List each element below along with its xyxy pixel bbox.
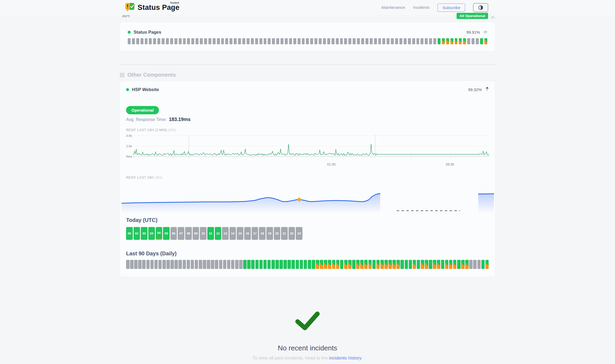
uptime-bar-grey xyxy=(314,38,317,44)
uptime-bar-grey xyxy=(158,260,162,269)
hour-block-22: 22 xyxy=(289,227,295,240)
uptime-bar-grey xyxy=(225,38,228,44)
chevron-up-icon[interactable] xyxy=(491,15,495,20)
uptime-bar-split xyxy=(442,38,445,44)
uptime-bar-grey xyxy=(162,38,165,44)
uptime-bar-green xyxy=(287,260,291,269)
uptime-bar-grey xyxy=(128,38,131,44)
uptime-bar-grey xyxy=(191,38,194,44)
chart-24h-unit: (MS) xyxy=(155,176,163,179)
uptime-bar-grey xyxy=(272,38,275,44)
uptime-bar-grey xyxy=(166,260,170,269)
uptime-bar-grey xyxy=(199,260,202,269)
uptime-bar-split xyxy=(445,260,449,269)
uptime-bar-split xyxy=(380,260,384,269)
uptime-bar-grey xyxy=(348,38,351,44)
uptime-bar-grey xyxy=(211,260,214,269)
uptime-bar-grey xyxy=(150,260,154,269)
uptime-bar-grey xyxy=(336,38,339,44)
uptime-bar-grey xyxy=(476,38,479,44)
response-chart-1min: 2.0s 1.0s 0ms 01:30 09:30 xyxy=(126,134,489,167)
arrow-up-icon[interactable] xyxy=(485,87,489,92)
uptime-bar-green xyxy=(481,260,485,269)
uptime-bar-grey xyxy=(200,38,203,44)
uptime-bar-grey xyxy=(467,38,470,44)
hour-block-03: 03 xyxy=(148,227,155,240)
uptime-bar-split xyxy=(446,38,449,44)
today-hours-row: 0001020304050607080910111213141516171819… xyxy=(126,227,302,240)
hour-block-17: 17 xyxy=(252,227,258,240)
logo-superscript: hosted xyxy=(170,1,179,4)
uptime-bar-split xyxy=(459,38,462,44)
uptime-bar-grey xyxy=(268,38,271,44)
uptime-bar-grey xyxy=(306,38,309,44)
uptime-bar-grey xyxy=(170,38,173,44)
uptime-bar-split xyxy=(368,260,372,269)
nav-maintenance[interactable]: Maintenance xyxy=(381,5,405,10)
uptime-bar-green xyxy=(251,260,255,269)
last90-title: Last 90 Days (Daily) xyxy=(126,251,489,257)
uptime-bar-green xyxy=(259,260,263,269)
main-nav: Maintenance Incidents Subscribe xyxy=(381,3,488,12)
uptime-bar-green xyxy=(279,260,283,269)
uptime-bar-split xyxy=(384,260,388,269)
status-badge: All Operational xyxy=(457,13,488,19)
hour-block-13: 13 xyxy=(222,227,229,240)
uptime-bar-green xyxy=(247,260,251,269)
uptime-bar-green xyxy=(296,260,299,269)
uptime-percent: 99.91% xyxy=(466,30,480,34)
uptime-bar-green xyxy=(457,260,461,269)
uptime-bar-grey xyxy=(473,260,477,269)
uptime-bar-split xyxy=(332,260,336,269)
uptime-bar-grey xyxy=(219,260,223,269)
response-chart-24h xyxy=(122,183,494,214)
uptime-bar-split xyxy=(388,260,392,269)
hour-block-11: 11 xyxy=(207,227,214,240)
uptime-bar-split xyxy=(356,260,360,269)
uptime-bar-grey xyxy=(293,38,296,44)
hour-block-09: 09 xyxy=(193,227,199,240)
uptime-bar-grey xyxy=(289,38,292,44)
uptime-bar-grey xyxy=(132,38,135,44)
uptime-bar-grey xyxy=(134,260,138,269)
subtitle-prefix: To view all past incidents, head to the xyxy=(252,355,329,361)
chart-1min-label: RESP. LAST 24H (1-MIN) (MS) xyxy=(126,128,489,132)
uptime-bar-split xyxy=(461,260,465,269)
hour-block-08: 08 xyxy=(185,227,192,240)
uptime-bar-grey xyxy=(251,38,254,44)
uptime-bar-green xyxy=(400,260,404,269)
avg-response-value: 183.19ms xyxy=(169,117,190,122)
uptime-bar-green xyxy=(291,260,295,269)
nav-incidents[interactable]: Incidents xyxy=(413,5,430,10)
uptime-bar-split xyxy=(421,260,424,269)
uptime-bar-split xyxy=(433,260,436,269)
subscribe-button[interactable]: Subscribe xyxy=(438,3,465,12)
uptime-bar-green xyxy=(243,260,247,269)
uptime-bar-grey xyxy=(191,260,194,269)
uptime-bar-grey xyxy=(374,38,377,44)
uptime-bar-grey xyxy=(231,260,235,269)
no-incidents-title: No recent incidents xyxy=(119,344,496,352)
uptime-bar-grey xyxy=(187,260,190,269)
uptime-bar-grey xyxy=(174,38,177,44)
no-incidents-subtitle: To view all past incidents, head to the … xyxy=(119,355,496,361)
uptime-bar-grey xyxy=(417,38,419,44)
uptime-bar-split xyxy=(449,260,453,269)
uptime-bar-green xyxy=(441,260,445,269)
hour-block-05: 05 xyxy=(163,227,170,240)
uptime-bar-green xyxy=(429,260,432,269)
uptime-bar-grey xyxy=(166,38,169,44)
theme-toggle-button[interactable] xyxy=(473,3,488,12)
uptime-bar-grey xyxy=(412,38,415,44)
hour-block-20: 20 xyxy=(274,227,281,240)
uptime-bar-grey xyxy=(327,38,330,44)
uptime-bar-grey xyxy=(255,38,258,44)
uptime-bar-grey xyxy=(217,38,220,44)
uptime-bar-green xyxy=(405,260,408,269)
uptime-bar-grey xyxy=(387,38,390,44)
refresh-icon[interactable]: ⟳ xyxy=(484,30,487,34)
response-area-right xyxy=(478,194,494,213)
uptime-bar-green xyxy=(275,260,279,269)
uptime-bar-grey xyxy=(302,38,305,44)
incidents-history-link[interactable]: incidents history xyxy=(329,355,361,361)
